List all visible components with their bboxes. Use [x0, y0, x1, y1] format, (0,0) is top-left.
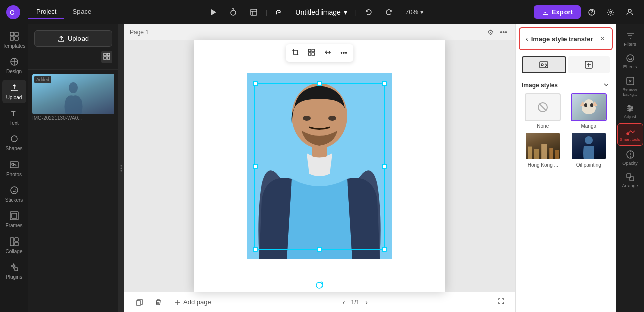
canvas-wrapper[interactable]: ••• [124, 40, 515, 292]
rs-item-effects[interactable]: Effects [617, 51, 643, 72]
style-grid: None [522, 93, 610, 168]
help-button[interactable] [584, 4, 600, 20]
canvas-more-btn[interactable]: ••• [498, 26, 509, 38]
play-button[interactable] [205, 4, 221, 20]
svg-point-28 [69, 82, 78, 93]
sidebar-label-stickers: Stickers [5, 197, 23, 203]
tab-space[interactable]: Space [64, 5, 99, 19]
svg-rect-23 [15, 268, 18, 271]
sidebar-item-upload[interactable]: Upload [2, 80, 26, 103]
svg-rect-21 [15, 238, 18, 241]
zoom-value: 70% [405, 8, 418, 16]
rotate-handle[interactable] [315, 281, 324, 291]
rs-label-adjust: Adjust [624, 114, 636, 119]
title-button[interactable]: Untitled image ▾ [291, 6, 351, 18]
rs-item-filters[interactable]: Filters [617, 28, 643, 50]
fullscreen-btn[interactable] [495, 295, 507, 309]
svg-point-31 [121, 170, 122, 172]
page-label: Page 1 [130, 29, 149, 36]
sidebar-item-frames[interactable]: Frames [2, 208, 26, 231]
canvas-bottom-center: ‹ 1/1 › [341, 296, 370, 308]
layout-button[interactable] [246, 4, 262, 20]
style-thumb-hongkong [525, 132, 561, 160]
rs-item-arrange[interactable]: Arrange [617, 170, 643, 191]
topbar-center: | Untitled image ▾ | 70% ▾ [103, 4, 529, 20]
tab-project[interactable]: Project [28, 5, 64, 19]
style-thumb-oil [571, 132, 607, 160]
sidebar-item-plugins[interactable]: Plugins [2, 259, 26, 283]
svg-point-40 [328, 116, 336, 121]
media-label: IMG-20221130-WA0... [32, 115, 114, 121]
rs-label-smart-tools: Smart tools [620, 137, 640, 142]
style-item-manga[interactable]: Manga [568, 93, 610, 129]
add-page-btn[interactable]: Add page [170, 296, 215, 308]
style-label-hongkong: Hong Kong ... [528, 162, 558, 168]
view-toggle [34, 51, 112, 63]
svg-rect-10 [10, 37, 14, 40]
rs-item-smart-tools[interactable]: Smart tools [617, 123, 643, 146]
ist-tab-upload[interactable] [522, 56, 566, 73]
tab-group: Project Space [28, 5, 99, 19]
title-dropdown-icon: ▾ [344, 8, 347, 16]
sidebar-item-collage[interactable]: Collage [2, 233, 26, 257]
next-page-btn[interactable]: › [363, 296, 370, 308]
ist-close-btn[interactable]: × [599, 33, 606, 44]
canvas-frame: ••• [194, 40, 445, 292]
redo-button[interactable] [381, 4, 397, 20]
sidebar-item-stickers[interactable]: Stickers [2, 182, 26, 206]
delete-btn[interactable] [151, 297, 166, 308]
list-item[interactable]: Added IMG-20221130-WA0... [32, 74, 114, 121]
document-icon[interactable] [271, 6, 287, 18]
svg-point-29 [121, 165, 122, 167]
rs-item-remove-bg[interactable]: Remove backg... [617, 73, 643, 100]
canvas-settings-btn[interactable]: ⚙ [485, 26, 496, 38]
sidebar-label-plugins: Plugins [6, 274, 22, 280]
svg-point-64 [629, 109, 631, 111]
collapse-handle[interactable] [119, 24, 124, 312]
sidebar-item-templates[interactable]: Templates [2, 28, 26, 52]
grid-view-btn[interactable] [101, 51, 112, 63]
ist-tabs [516, 53, 616, 76]
style-thumb-manga [571, 93, 607, 121]
svg-rect-24 [104, 53, 106, 56]
sidebar-label-text: Text [9, 120, 18, 126]
sidebar-label-upload: Upload [6, 95, 22, 100]
prev-page-btn[interactable]: ‹ [341, 296, 347, 308]
sidebar-item-text[interactable]: T Text [2, 105, 26, 129]
sidebar-item-design[interactable]: Design [2, 54, 26, 77]
copy-btn[interactable] [132, 297, 147, 308]
rs-label-effects: Effects [623, 64, 637, 69]
svg-rect-27 [107, 57, 110, 59]
style-item-hongkong[interactable]: Hong Kong ... [522, 132, 565, 168]
topbar: C Project Space | Untitled image ▾ | [0, 0, 644, 24]
sidebar-label-collage: Collage [6, 249, 23, 254]
zoom-control[interactable]: 70% ▾ [401, 6, 428, 18]
rs-item-adjust[interactable]: Adjust [617, 101, 643, 122]
svg-point-39 [303, 116, 311, 121]
export-button[interactable]: Export [534, 5, 581, 19]
style-item-none[interactable]: None [522, 93, 565, 129]
share-button[interactable] [622, 4, 638, 20]
sidebar-item-photos[interactable]: Photos [2, 157, 26, 180]
canva-logo[interactable]: C [6, 5, 20, 19]
page-nav: ‹ 1/1 › [341, 296, 370, 308]
sidebar-label-photos: Photos [6, 172, 22, 177]
svg-rect-4 [251, 9, 257, 15]
settings-button[interactable] [603, 4, 619, 20]
sidebar-item-shapes[interactable]: Shapes [2, 131, 26, 154]
undo-button[interactable] [361, 4, 377, 20]
timer-button[interactable] [225, 4, 242, 20]
canvas-topbar-actions: ⚙ ••• [485, 26, 509, 38]
rs-item-opacity[interactable]: Opacity [617, 147, 643, 169]
svg-rect-42 [136, 301, 141, 305]
svg-point-16 [12, 163, 14, 165]
svg-rect-19 [12, 213, 17, 218]
ist-tab-ai[interactable] [568, 56, 610, 73]
svg-point-17 [11, 187, 18, 194]
ist-back-btn[interactable]: ‹ [526, 35, 528, 43]
ist-expand-btn[interactable] [603, 81, 610, 89]
upload-button[interactable]: Upload [34, 30, 112, 47]
style-item-oil[interactable]: Oil painting [568, 132, 610, 168]
person-image[interactable] [247, 73, 392, 259]
svg-point-3 [231, 10, 236, 15]
